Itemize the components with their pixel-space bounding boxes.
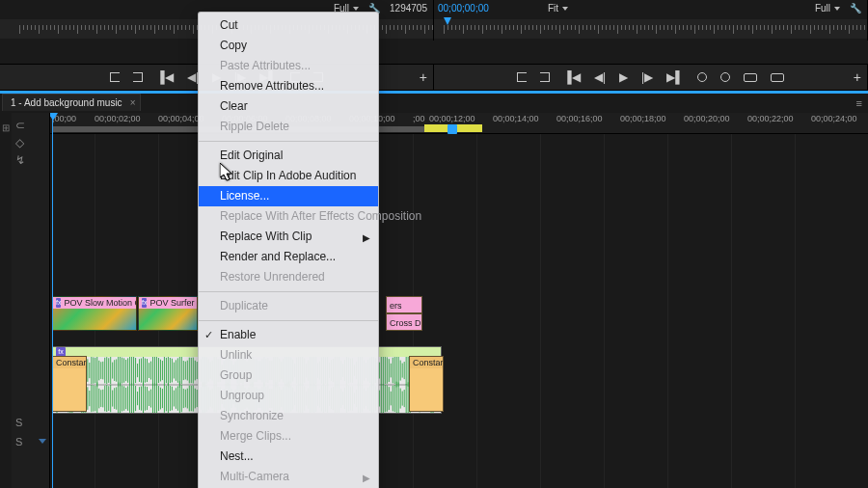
menu-item-paste-attributes: Paste Attributes... (199, 56, 378, 76)
menu-separator (199, 291, 378, 292)
sequence-tab[interactable]: 1 - Add background music × (2, 94, 141, 111)
transition-clip[interactable]: ers (386, 296, 422, 313)
menu-item-group: Group (199, 366, 378, 386)
fx-badge-icon: fx (142, 298, 147, 308)
snap-icon[interactable]: ⊞ (2, 122, 10, 133)
mark-in-icon[interactable] (517, 72, 527, 82)
timecode-label: 00;00;22;00 (747, 114, 794, 123)
sequence-tab-label: 1 - Add background music (11, 97, 122, 108)
video-clip[interactable]: fxPOV Slow Motion GOPR (52, 296, 137, 331)
close-icon[interactable]: × (130, 97, 136, 108)
step-forward-icon[interactable]: |▶ (641, 70, 653, 84)
timecode-label: 00;00;02;00 (95, 114, 141, 123)
clip-label: Constant Po (413, 357, 443, 368)
menu-item-label: Copy (220, 39, 247, 52)
program-monitor-header: 00;00;00;00 Fit Full 🔧 (434, 0, 868, 41)
menu-item-render-and-replace[interactable]: Render and Replace... (199, 247, 378, 267)
audio-transition[interactable]: Constant P (52, 356, 87, 412)
mark-in-icon[interactable] (110, 72, 120, 82)
menu-item-label: Remove Attributes... (220, 79, 324, 93)
lift-icon[interactable] (697, 72, 707, 82)
timecode-label: ;00 (413, 114, 425, 123)
program-timecode[interactable]: 00;00;00;00 (438, 3, 489, 14)
timecode-label: 00;00;12;00 (429, 114, 475, 123)
audio-transition[interactable]: Constant Po (409, 356, 444, 412)
add-button-icon[interactable]: + (420, 69, 427, 85)
menu-separator (199, 320, 378, 321)
menu-item-unlink: Unlink (199, 345, 378, 366)
timecode-label: 00;00;20;00 (684, 114, 730, 123)
clip-label: POV Slow Motion GOPR (64, 297, 136, 309)
play-icon[interactable]: ▶ (619, 70, 628, 84)
menu-item-label: Replace With Clip (220, 230, 312, 243)
menu-item-label: Merge Clips... (220, 429, 291, 443)
source-frame-number: 1294705 (390, 3, 427, 14)
menu-item-cut[interactable]: Cut (199, 15, 378, 36)
menu-item-label: Cut (220, 18, 238, 32)
video-clip[interactable]: fxPOV Surfer on B (138, 296, 198, 331)
go-to-out-icon[interactable]: ▶▌ (666, 70, 684, 84)
track-target-marker[interactable] (39, 439, 46, 445)
timecode-label: 00;00;14;00 (493, 114, 539, 123)
timecode-label: 00;00;24;00 (811, 114, 857, 123)
playhead[interactable] (52, 113, 53, 488)
tracks-canvas[interactable]: fxPOV Slow Motion GOPRfxPOV Surfer on Be… (50, 134, 868, 488)
menu-item-label: Paste Attributes... (220, 59, 311, 72)
clip-label: Constant P (56, 357, 86, 368)
work-area-handle[interactable] (448, 124, 457, 134)
panel-menu-icon[interactable]: ≡ (856, 97, 862, 109)
settings-icon[interactable]: ↯ (15, 153, 25, 167)
extract-icon[interactable] (720, 72, 730, 82)
menu-item-edit-clip-in-adobe-audition[interactable]: Edit Clip In Adobe Audition (199, 166, 378, 186)
clip-label: Cross Disso (390, 314, 421, 331)
monitor-header: Full 🔧 1294705 00;00;00;00 Fit Full 🔧 (0, 0, 868, 41)
menu-item-ripple-delete: Ripple Delete (199, 117, 378, 137)
camera-icon[interactable] (771, 73, 784, 82)
program-timebar[interactable] (434, 19, 867, 39)
program-resolution-dropdown[interactable]: Full (815, 3, 840, 14)
mark-out-icon[interactable] (133, 72, 143, 82)
submenu-arrow-icon: ▶ (363, 471, 370, 485)
menu-item-label: Edit Original (220, 149, 283, 162)
clip-label: ers (390, 297, 402, 313)
linked-selection-icon[interactable]: ⊂ (15, 119, 25, 132)
menu-item-synchronize: Synchronize (199, 406, 378, 426)
solo-button[interactable]: S (15, 417, 22, 428)
menu-item-clear[interactable]: Clear (199, 96, 378, 117)
menu-item-label: Nest... (220, 449, 254, 463)
marker-icon[interactable]: ◇ (15, 136, 25, 149)
menu-item-label: Clear (220, 99, 248, 113)
menu-item-label: Edit Clip In Adobe Audition (220, 169, 356, 182)
solo-button[interactable]: S (15, 436, 22, 447)
timeline-panel: 1 - Add background music × ≡ ⊞ ⊂ ◇ ↯ S S… (0, 91, 868, 488)
transition-clip[interactable]: Cross Disso (386, 313, 422, 331)
export-frame-icon[interactable] (744, 73, 757, 82)
menu-item-replace-with-after-effects-composition: Replace With After Effects Composition (199, 206, 378, 227)
track-headers: ⊂ ◇ ↯ S S (12, 113, 50, 488)
menu-item-label: Restore Unrendered (220, 270, 325, 284)
program-transport: ▐◀ ◀| ▶ |▶ ▶▌ + (434, 65, 868, 90)
timecode-label: 00;00;18;00 (620, 114, 666, 123)
menu-item-label: Ripple Delete (220, 120, 289, 133)
go-to-in-icon[interactable]: ▐◀ (156, 70, 174, 84)
menu-item-nest[interactable]: Nest... (199, 447, 378, 467)
menu-item-ungroup: Ungroup (199, 386, 378, 406)
menu-item-edit-original[interactable]: Edit Original (199, 146, 378, 166)
clip-label: POV Surfer on B (149, 297, 197, 309)
menu-item-label: Group (220, 368, 252, 382)
menu-item-replace-with-clip[interactable]: Replace With Clip▶ (199, 227, 378, 247)
menu-item-multi-camera: Multi-Camera▶ (199, 467, 378, 487)
timeline-area[interactable]: ;00;0000;00;02;0000;00;04;0000;00;06;000… (50, 113, 868, 488)
program-settings-icon[interactable]: 🔧 (850, 3, 861, 14)
menu-item-copy[interactable]: Copy (199, 36, 378, 56)
menu-item-duplicate: Duplicate (199, 296, 378, 316)
program-fit-dropdown[interactable]: Fit (548, 3, 568, 14)
go-to-in-icon[interactable]: ▐◀ (563, 70, 581, 84)
menu-item-license[interactable]: License... (199, 186, 378, 206)
menu-item-enable[interactable]: ✓Enable (199, 325, 378, 345)
add-button-icon[interactable]: + (854, 69, 861, 85)
step-back-icon[interactable]: ◀| (594, 70, 606, 84)
menu-item-remove-attributes[interactable]: Remove Attributes... (199, 76, 378, 96)
program-playhead-marker[interactable] (444, 17, 451, 25)
mark-out-icon[interactable] (540, 72, 550, 82)
